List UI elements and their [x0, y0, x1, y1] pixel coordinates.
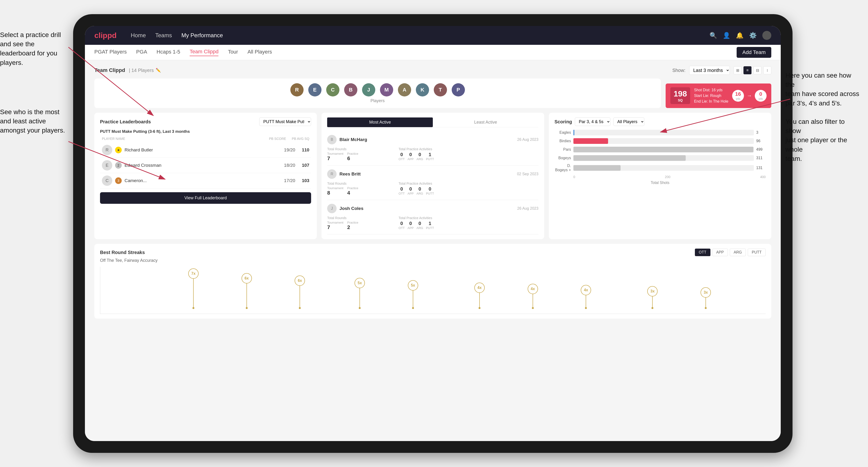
avatar-1[interactable]: R — [290, 83, 304, 96]
show-select[interactable]: Last 3 months — [689, 66, 730, 75]
streak-pin-line — [413, 290, 413, 307]
edit-team-icon[interactable]: ✏️ — [156, 68, 161, 73]
subnav-all-players[interactable]: All Players — [247, 49, 272, 56]
streak-pin-dot — [532, 307, 534, 309]
lb-card-header: Practice Leaderboards PUTT Must Make Put… — [100, 118, 311, 126]
subnav-tour[interactable]: Tour — [228, 49, 238, 56]
avatar-2[interactable]: E — [308, 83, 321, 96]
player-name-rees: Rees Britt — [339, 172, 514, 177]
avatar-4[interactable]: B — [344, 83, 357, 96]
streak-pin-dot — [585, 307, 587, 309]
bar-fill — [574, 130, 575, 135]
activity-player-row: B Blair McHarg 26 Aug 2023 Total Rounds … — [327, 131, 538, 165]
streak-pin-circle: 3x — [647, 286, 658, 297]
streaks-filter-btn-ott[interactable]: OTT — [695, 249, 710, 256]
people-icon[interactable]: 👤 — [723, 32, 730, 39]
settings-icon[interactable]: ⚙️ — [749, 32, 757, 39]
navbar: clippd Home Teams My Performance 🔍 👤 🔔 ⚙… — [85, 26, 781, 45]
tablet-frame: clippd Home Teams My Performance 🔍 👤 🔔 ⚙… — [73, 14, 793, 453]
player-row-header: R Rees Britt 02 Sep 2023 — [327, 169, 538, 179]
shot-card: 198 SQ Shot Dist: 16 yds Start Lie: Roug… — [665, 84, 771, 108]
streak-pin-circle: 4x — [528, 284, 538, 294]
streaks-filter-btn-arg[interactable]: ARG — [730, 249, 746, 256]
streak-pin: 7x — [188, 269, 198, 309]
player-avatar-josh: J — [327, 204, 337, 213]
bar-fill — [574, 138, 608, 144]
activity-card: Most Active Least Active B Blair McHarg … — [321, 113, 544, 239]
nav-my-performance[interactable]: My Performance — [181, 31, 223, 40]
view-icons: ⊞ ≡ ⊟ ↕ — [734, 66, 771, 74]
lb-rank-3: 3 — [115, 177, 122, 184]
streak-pin-circle: 6x — [294, 276, 305, 286]
bar-label: Eagles — [555, 130, 571, 135]
drill-select[interactable]: PUTT Must Make Putting... — [259, 118, 311, 126]
lb-score-3: 17/20 — [284, 178, 295, 183]
activity-player-row: R Rees Britt 02 Sep 2023 Total Rounds To… — [327, 165, 538, 200]
streak-pin-line — [586, 295, 586, 307]
lb-headers: PLAYER NAME PB SCORE PB AVG SQ — [100, 137, 311, 141]
search-icon[interactable]: 🔍 — [710, 32, 717, 39]
nav-home[interactable]: Home — [131, 31, 146, 40]
player-name-josh: Josh Coles — [339, 206, 514, 211]
scoring-title: Scoring — [555, 119, 572, 125]
subnav-pga[interactable]: PGA — [136, 49, 147, 56]
lb-avg-2: 107 — [302, 163, 309, 168]
subnav-team-clippd[interactable]: Team Clippd — [190, 49, 218, 56]
tablet-screen: clippd Home Teams My Performance 🔍 👤 🔔 ⚙… — [85, 26, 781, 441]
tab-least-active[interactable]: Least Active — [433, 118, 538, 127]
streaks-section: Best Round Streaks OTTAPPARGPUTT Off The… — [94, 244, 771, 319]
bar-label: D. Bogeys + — [555, 164, 571, 172]
lb-score-2: 18/20 — [284, 163, 295, 168]
subnav: PGAT Players PGA Hcaps 1-5 Team Clippd T… — [85, 45, 781, 60]
avatar-8[interactable]: K — [416, 83, 429, 96]
tab-most-active[interactable]: Most Active — [327, 118, 433, 127]
lb-row[interactable]: C 3 Cameron... 17/20 103 — [100, 173, 311, 188]
streak-pin: 4x — [581, 285, 591, 309]
avatar-7[interactable]: A — [398, 83, 411, 96]
player-date-blair: 26 Aug 2023 — [517, 137, 538, 142]
bell-icon[interactable]: 🔔 — [736, 32, 743, 39]
lb-name-3: Cameron... — [125, 178, 281, 183]
streaks-filter-btn-app[interactable]: APP — [712, 249, 728, 256]
streaks-filter-btn-putt[interactable]: PUTT — [748, 249, 766, 256]
view-full-leaderboard-button[interactable]: View Full Leaderboard — [100, 192, 311, 204]
user-avatar[interactable] — [762, 31, 771, 40]
team-header: Team Clippd | 14 Players ✏️ Show: Last 3… — [94, 66, 771, 75]
bar-track — [574, 147, 754, 152]
lb-rank-1: ★ — [115, 147, 122, 153]
player-filter-select[interactable]: All Players — [613, 118, 644, 126]
avatar-3[interactable]: C — [326, 83, 339, 96]
annotation-top-right: Here you can see how the team have score… — [785, 71, 861, 163]
practice-values: 0 OTT 0 APP 0 ARG — [399, 152, 538, 161]
streak-pin: 5x — [354, 278, 365, 309]
lb-row[interactable]: E 2 Edward Crossman 18/20 107 — [100, 158, 311, 173]
sort-view-btn[interactable]: ↕ — [763, 66, 771, 74]
subnav-hcaps[interactable]: Hcaps 1-5 — [157, 49, 180, 56]
subnav-pgat[interactable]: PGAT Players — [94, 49, 127, 56]
scoring-card: Scoring Par 3, 4 & 5s All Players Eagles… — [549, 113, 771, 239]
avatar-9[interactable]: T — [434, 83, 447, 96]
avatar-10[interactable]: P — [452, 83, 465, 96]
shot-number: 198 SQ — [670, 87, 690, 104]
bar-label: Pars — [555, 148, 571, 152]
streaks-header: Best Round Streaks OTTAPPARGPUTT — [100, 249, 766, 256]
lb-avatar-3: C — [102, 176, 112, 186]
nav-teams[interactable]: Teams — [155, 31, 172, 40]
drill-subtitle: PUTT Must Make Putting (3-6 ft), Last 3 … — [100, 129, 311, 134]
avatar-5[interactable]: J — [362, 83, 375, 96]
list-view-btn[interactable]: ≡ — [743, 66, 751, 74]
add-team-button[interactable]: Add Team — [737, 47, 771, 58]
streak-pin-circle: 4x — [581, 285, 591, 295]
grid-view-btn[interactable]: ⊞ — [734, 66, 742, 74]
lb-avatar-1: R — [102, 145, 112, 155]
team-controls: Show: Last 3 months ⊞ ≡ ⊟ ↕ — [672, 66, 771, 75]
par-filter-select[interactable]: Par 3, 4 & 5s — [575, 118, 611, 126]
lb-row[interactable]: R ★ Richard Butler 19/20 110 — [100, 143, 311, 158]
bar-fill — [574, 155, 686, 161]
detail-view-btn[interactable]: ⊟ — [753, 66, 762, 74]
player-row-header: B Blair McHarg 26 Aug 2023 — [327, 135, 538, 144]
streak-pin-line — [360, 288, 360, 307]
bar-row: Birdies 96 — [555, 138, 766, 144]
avatar-6[interactable]: M — [380, 83, 393, 96]
streak-pin-dot — [246, 307, 248, 309]
